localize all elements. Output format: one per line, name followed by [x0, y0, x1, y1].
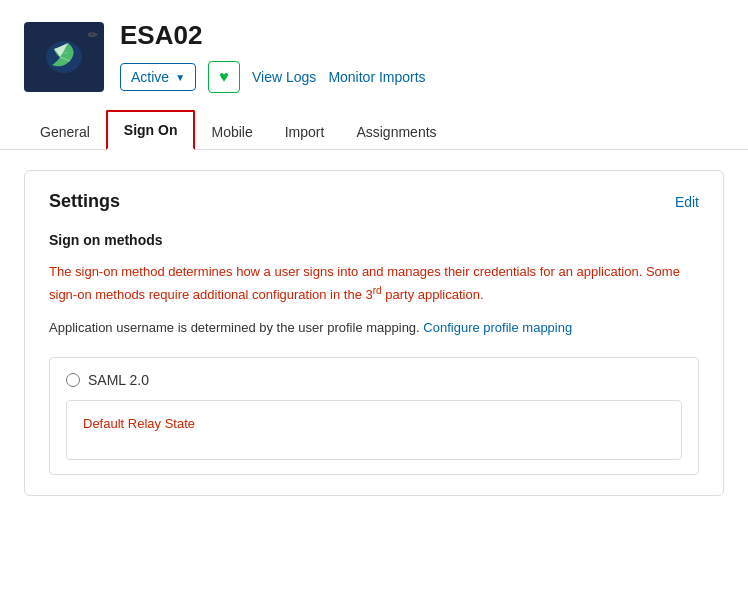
page-header: ✏ ESA02 Active ▼ ♥ View Logs Monitor Imp… — [0, 0, 748, 109]
sign-on-info-text: The sign-on method determines how a user… — [49, 262, 699, 306]
tab-general[interactable]: General — [24, 114, 106, 150]
edit-link[interactable]: Edit — [675, 194, 699, 210]
app-logo-container: ✏ — [24, 22, 104, 92]
tabs-bar: General Sign On Mobile Import Assignment… — [0, 109, 748, 150]
tab-import[interactable]: Import — [269, 114, 341, 150]
app-logo-icon — [40, 33, 88, 81]
header-actions: Active ▼ ♥ View Logs Monitor Imports — [120, 61, 426, 93]
saml-label: SAML 2.0 — [88, 372, 149, 388]
app-title: ESA02 — [120, 20, 426, 51]
relay-state-box: Default Relay State — [66, 400, 682, 460]
settings-card: Settings Edit Sign on methods The sign-o… — [24, 170, 724, 496]
section-title: Sign on methods — [49, 232, 699, 248]
heart-icon-button[interactable]: ♥ — [208, 61, 240, 93]
saml-radio-row: SAML 2.0 — [66, 372, 682, 388]
view-logs-link[interactable]: View Logs — [252, 69, 316, 85]
heart-icon: ♥ — [219, 68, 229, 86]
saml-radio-button[interactable] — [66, 373, 80, 387]
main-content: Settings Edit Sign on methods The sign-o… — [0, 150, 748, 516]
monitor-imports-link[interactable]: Monitor Imports — [328, 69, 425, 85]
tab-mobile[interactable]: Mobile — [195, 114, 268, 150]
profile-mapping-text: Application username is determined by th… — [49, 318, 699, 339]
settings-header: Settings Edit — [49, 191, 699, 212]
saml-option-container: SAML 2.0 Default Relay State — [49, 357, 699, 475]
logo-edit-button[interactable]: ✏ — [86, 26, 100, 44]
tab-sign-on[interactable]: Sign On — [106, 110, 196, 150]
pencil-icon: ✏ — [88, 28, 98, 42]
chevron-down-icon: ▼ — [175, 72, 185, 83]
relay-state-label: Default Relay State — [83, 416, 195, 431]
status-label: Active — [131, 69, 169, 85]
status-dropdown-button[interactable]: Active ▼ — [120, 63, 196, 91]
configure-profile-mapping-link[interactable]: Configure profile mapping — [423, 320, 572, 335]
header-info: ESA02 Active ▼ ♥ View Logs Monitor Impor… — [120, 20, 426, 93]
settings-title: Settings — [49, 191, 120, 212]
tab-assignments[interactable]: Assignments — [340, 114, 452, 150]
